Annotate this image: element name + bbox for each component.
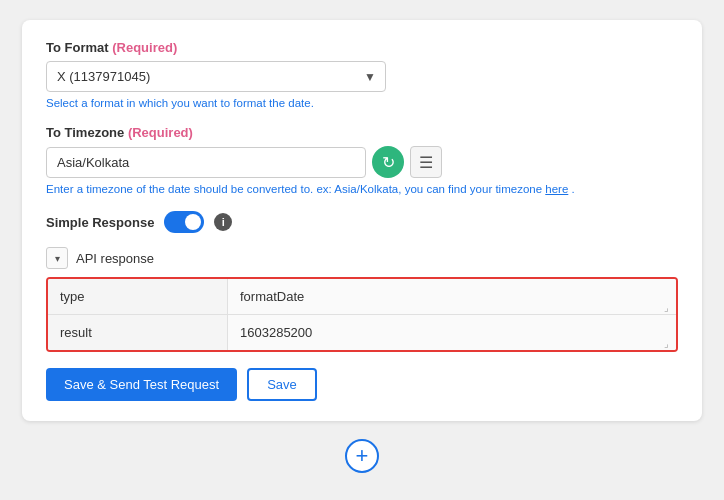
to-format-group: To Format (Required) X (1137971045) ▼ Se…: [46, 40, 678, 109]
timezone-hint-link[interactable]: here: [545, 183, 568, 195]
api-response-table: type formatDate ⌟ result 1603285200 ⌟: [46, 277, 678, 352]
to-format-select-wrapper: X (1137971045) ▼: [46, 61, 386, 92]
timezone-input[interactable]: [46, 147, 366, 178]
api-key-result: result: [48, 315, 228, 350]
to-timezone-group: To Timezone (Required) ↻ ☰ Enter a timez…: [46, 125, 678, 195]
info-icon[interactable]: i: [214, 213, 232, 231]
to-timezone-label: To Timezone (Required): [46, 125, 678, 140]
api-response-label: API response: [76, 251, 154, 266]
menu-icon: ☰: [419, 153, 433, 172]
to-format-hint: Select a format in which you want to for…: [46, 97, 678, 109]
resize-handle-icon: ⌟: [664, 338, 674, 348]
api-value-result: 1603285200 ⌟: [228, 315, 676, 350]
save-button[interactable]: Save: [247, 368, 317, 401]
refresh-button[interactable]: ↻: [372, 146, 404, 178]
api-key-type: type: [48, 279, 228, 314]
action-row: Save & Send Test Request Save: [46, 368, 678, 401]
chevron-down-icon: ▾: [55, 253, 60, 264]
menu-button[interactable]: ☰: [410, 146, 442, 178]
save-send-button[interactable]: Save & Send Test Request: [46, 368, 237, 401]
collapse-button[interactable]: ▾: [46, 247, 68, 269]
to-timezone-hint: Enter a timezone of the date should be c…: [46, 183, 678, 195]
to-timezone-required: (Required): [128, 125, 193, 140]
simple-response-label: Simple Response: [46, 215, 154, 230]
simple-response-toggle[interactable]: [164, 211, 204, 233]
to-format-required: (Required): [112, 40, 177, 55]
to-timezone-label-text: To Timezone: [46, 125, 124, 140]
api-response-header: ▾ API response: [46, 247, 678, 269]
plus-btn-container: +: [345, 439, 379, 473]
resize-handle-icon: ⌟: [664, 302, 674, 312]
plus-icon: +: [356, 445, 369, 467]
table-row: type formatDate ⌟: [48, 279, 676, 315]
table-row: result 1603285200 ⌟: [48, 315, 676, 350]
add-button[interactable]: +: [345, 439, 379, 473]
main-card: To Format (Required) X (1137971045) ▼ Se…: [22, 20, 702, 421]
to-format-label-text: To Format: [46, 40, 109, 55]
simple-response-row: Simple Response i: [46, 211, 678, 233]
to-format-label: To Format (Required): [46, 40, 678, 55]
api-response-section: ▾ API response type formatDate ⌟ result: [46, 247, 678, 352]
timezone-row: ↻ ☰: [46, 146, 678, 178]
api-value-type: formatDate ⌟: [228, 279, 676, 314]
refresh-icon: ↻: [382, 153, 395, 172]
to-format-select[interactable]: X (1137971045): [46, 61, 386, 92]
